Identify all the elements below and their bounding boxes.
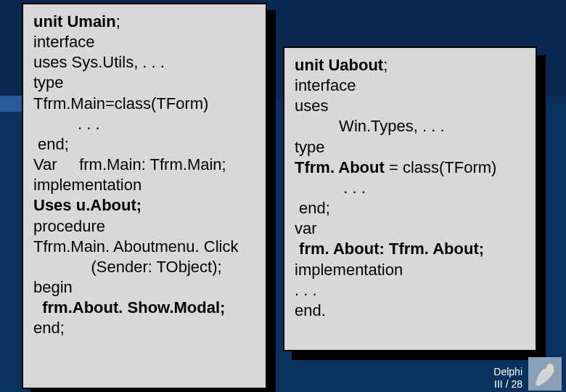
code-line: frm.About. Show.Modal; <box>33 298 255 318</box>
code-box-uabout: unit Uabout; interface uses Win.Types, .… <box>283 46 537 351</box>
code-line: end; <box>33 318 255 338</box>
code-line: . . . <box>33 114 255 134</box>
code-line: Tfrm. About = class(TForm) <box>295 158 525 178</box>
code-text: end; <box>33 135 69 153</box>
code-text: frm.About. Show.Modal; <box>33 298 225 317</box>
code-line: Win.Types, . . . <box>295 116 525 136</box>
code-line: end; <box>33 134 255 155</box>
code-line: type <box>33 73 255 93</box>
footer-page: III / 28 <box>493 378 522 391</box>
code-text: = class(TForm) <box>385 158 497 176</box>
code-text: frm.Main: Tfrm.Main; <box>57 155 226 173</box>
code-text: end; <box>295 199 330 217</box>
code-text: Win.Types, . . . <box>295 117 445 135</box>
code-line: interface <box>33 32 255 52</box>
code-text: Tfrm. About <box>295 158 385 176</box>
code-line: begin <box>33 277 255 298</box>
code-text: ; <box>116 12 120 30</box>
code-line: unit Umain; <box>33 12 255 32</box>
code-line: uses Sys.Utils, . . . <box>33 52 255 73</box>
code-text: unit Umain <box>33 12 116 30</box>
code-text: ; <box>383 56 387 74</box>
code-text: unit Uabout <box>295 56 383 74</box>
code-text: (Sender: TObject); <box>33 258 222 276</box>
code-line: Uses u.About; <box>33 195 255 216</box>
decoration-icon <box>528 357 562 391</box>
code-text: . . . <box>295 179 366 197</box>
code-line: end; <box>295 198 525 219</box>
slide-footer: Delphi III / 28 <box>493 366 522 391</box>
code-text: frm. About: Tfrm. About; <box>295 240 484 258</box>
code-text: . . . <box>33 115 100 133</box>
code-line: (Sender: TObject); <box>33 257 255 277</box>
accent-bar-left <box>0 96 23 112</box>
code-line: Tfrm.Main. Aboutmenu. Click <box>33 237 255 257</box>
code-line: implementation <box>33 175 255 195</box>
code-line: interface <box>295 75 525 96</box>
code-line: Var frm.Main: Tfrm.Main; <box>33 155 255 175</box>
code-line: unit Uabout; <box>295 55 525 75</box>
code-line: Tfrm.Main=class(TForm) <box>33 94 255 114</box>
svg-point-1 <box>546 364 554 371</box>
code-line: . . . <box>295 178 525 198</box>
code-line: . . . <box>295 280 525 301</box>
code-box-umain: unit Umain; interface uses Sys.Utils, . … <box>22 3 267 389</box>
code-text: Var <box>33 155 57 173</box>
code-line: type <box>295 137 525 158</box>
code-line: var <box>295 219 525 239</box>
code-line: frm. About: Tfrm. About; <box>295 239 525 259</box>
code-line: uses <box>295 96 525 116</box>
code-line: end. <box>295 301 525 321</box>
code-line: procedure <box>33 216 255 237</box>
code-line: implementation <box>295 260 525 280</box>
footer-title: Delphi <box>493 366 522 378</box>
